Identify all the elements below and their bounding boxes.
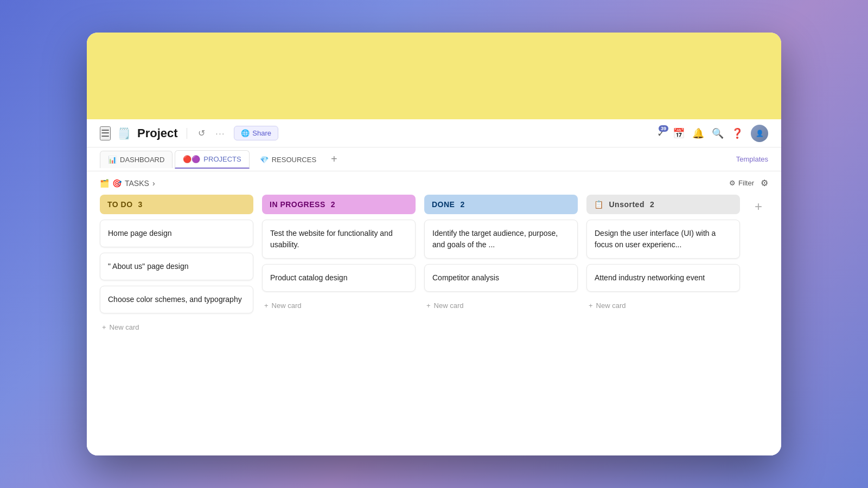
column-header-todo: TO DO 3 bbox=[100, 195, 253, 214]
unsorted-label: Unsorted bbox=[609, 200, 644, 209]
column-inprogress: IN PROGRESS 2 Test the website for funct… bbox=[262, 195, 416, 442]
column-header-unsorted: 📋 Unsorted 2 bbox=[586, 195, 740, 214]
search-button[interactable]: 🔍 bbox=[712, 127, 724, 139]
card-done-2-text: Competitor analysis bbox=[432, 273, 499, 282]
help-button[interactable]: ❓ bbox=[731, 127, 743, 139]
card-todo-3[interactable]: Choose color schemes, and typography bbox=[100, 286, 253, 313]
card-todo-3-text: Choose color schemes, and typography bbox=[108, 295, 242, 304]
card-unsorted-2[interactable]: Attend industry networking event bbox=[586, 264, 740, 292]
card-inprogress-1[interactable]: Test the website for functionality and u… bbox=[262, 220, 416, 259]
share-button[interactable]: 🌐 Share bbox=[234, 126, 278, 140]
settings-button[interactable]: ⚙ bbox=[761, 178, 768, 188]
unsorted-icon: 📋 bbox=[594, 200, 604, 209]
filter-button[interactable]: ⚙ Filter bbox=[729, 179, 754, 187]
undo-button[interactable]: ↺ bbox=[196, 126, 207, 140]
card-done-2[interactable]: Competitor analysis bbox=[424, 264, 578, 292]
done-count: 2 bbox=[460, 200, 464, 209]
card-inprogress-1-text: Test the website for functionality and u… bbox=[270, 229, 393, 249]
tasks-label: TASKS bbox=[125, 179, 149, 188]
plus-icon-done: + bbox=[426, 301, 431, 310]
column-header-done: DONE 2 bbox=[424, 195, 578, 214]
card-inprogress-2-text: Product catalog design bbox=[270, 273, 347, 282]
filter-label: Filter bbox=[738, 179, 754, 187]
templates-link[interactable]: Templates bbox=[736, 155, 768, 163]
menu-button[interactable]: ☰ bbox=[100, 126, 111, 140]
card-unsorted-1-text: Design the user interface (UI) with a fo… bbox=[595, 229, 716, 249]
card-unsorted-2-text: Attend industry networking event bbox=[595, 273, 705, 282]
divider bbox=[187, 128, 187, 139]
column-header-inprogress: IN PROGRESS 2 bbox=[262, 195, 416, 214]
card-unsorted-1[interactable]: Design the user interface (UI) with a fo… bbox=[586, 220, 740, 259]
new-card-todo-label: New card bbox=[110, 323, 139, 331]
projects-icon: 🔴🟣 bbox=[183, 155, 200, 163]
new-card-done-label: New card bbox=[434, 301, 464, 310]
todo-count: 3 bbox=[138, 200, 143, 209]
top-bar-right: ✓ 39 📅 🔔 🔍 ❓ 👤 bbox=[657, 125, 768, 142]
app-body: ☰ 🗒️ Project ↺ ··· 🌐 Share ✓ 39 📅 🔔 bbox=[87, 119, 781, 455]
calendar-button[interactable]: 📅 bbox=[673, 127, 685, 139]
share-globe-icon: 🌐 bbox=[241, 129, 250, 137]
done-label: DONE bbox=[432, 200, 455, 209]
tab-dashboard-label: DASHBOARD bbox=[120, 156, 164, 164]
notification-badge: 39 bbox=[659, 125, 668, 132]
tasks-icon2: 🎯 bbox=[112, 179, 122, 188]
app-window: ☰ 🗒️ Project ↺ ··· 🌐 Share ✓ 39 📅 🔔 bbox=[87, 33, 781, 455]
cover-image bbox=[87, 33, 781, 119]
page-icon: 🗒️ bbox=[117, 127, 131, 140]
calendar-icon: 📅 bbox=[673, 127, 685, 139]
more-options-button[interactable]: ··· bbox=[214, 127, 228, 140]
share-label: Share bbox=[252, 129, 271, 137]
column-todo: TO DO 3 Home page design " About us" pag… bbox=[100, 195, 253, 442]
tabs-bar: 📊 DASHBOARD 🔴🟣 PROJECTS 💎 RESOURCES + Te… bbox=[87, 147, 781, 171]
settings-icon: ⚙ bbox=[761, 178, 768, 188]
filter-icon: ⚙ bbox=[729, 179, 736, 187]
card-done-1[interactable]: Identify the target audience, purpose, a… bbox=[424, 220, 578, 259]
tasks-chevron: › bbox=[152, 179, 155, 188]
add-card-unsorted-button[interactable]: + New card bbox=[586, 297, 740, 314]
plus-icon-unsorted: + bbox=[589, 301, 593, 310]
todo-label: TO DO bbox=[107, 200, 133, 209]
tasks-header: 🗂️ 🎯 TASKS › ⚙ Filter ⚙ bbox=[87, 171, 781, 195]
add-column-button[interactable]: + bbox=[749, 197, 768, 216]
help-icon: ❓ bbox=[731, 127, 743, 139]
unsorted-count: 2 bbox=[650, 200, 654, 209]
plus-icon-todo: + bbox=[102, 323, 106, 331]
tab-projects[interactable]: 🔴🟣 PROJECTS bbox=[175, 150, 249, 169]
column-unsorted: 📋 Unsorted 2 Design the user interface (… bbox=[586, 195, 740, 442]
search-icon: 🔍 bbox=[712, 127, 724, 139]
inprogress-count: 2 bbox=[331, 200, 335, 209]
add-card-done-button[interactable]: + New card bbox=[424, 297, 578, 314]
new-card-inprogress-label: New card bbox=[272, 301, 302, 310]
add-card-inprogress-button[interactable]: + New card bbox=[262, 297, 416, 314]
tab-projects-label: PROJECTS bbox=[203, 155, 241, 163]
card-todo-1-text: Home page design bbox=[108, 229, 172, 237]
resources-icon: 💎 bbox=[260, 156, 269, 164]
avatar[interactable]: 👤 bbox=[751, 125, 768, 142]
add-card-todo-button[interactable]: + New card bbox=[100, 319, 253, 336]
tab-resources-label: RESOURCES bbox=[272, 156, 316, 164]
tasks-header-right: ⚙ Filter ⚙ bbox=[729, 178, 768, 188]
tab-resources[interactable]: 💎 RESOURCES bbox=[252, 151, 324, 168]
inprogress-label: IN PROGRESS bbox=[270, 200, 326, 209]
notifications-button[interactable]: 🔔 bbox=[692, 127, 704, 139]
bell-icon: 🔔 bbox=[692, 127, 704, 139]
tab-dashboard[interactable]: 📊 DASHBOARD bbox=[100, 151, 173, 168]
new-card-unsorted-label: New card bbox=[596, 301, 626, 310]
kanban-board: TO DO 3 Home page design " About us" pag… bbox=[87, 195, 781, 455]
card-todo-1[interactable]: Home page design bbox=[100, 220, 253, 247]
top-bar: ☰ 🗒️ Project ↺ ··· 🌐 Share ✓ 39 📅 🔔 bbox=[87, 119, 781, 147]
page-title: Project bbox=[137, 126, 178, 140]
checkmark-button[interactable]: ✓ 39 bbox=[657, 127, 665, 139]
card-todo-2-text: " About us" page design bbox=[108, 262, 189, 271]
dashboard-icon: 📊 bbox=[108, 156, 117, 164]
column-done: DONE 2 Identify the target audience, pur… bbox=[424, 195, 578, 442]
add-tab-button[interactable]: + bbox=[327, 151, 342, 168]
tasks-icon1: 🗂️ bbox=[100, 179, 109, 188]
card-todo-2[interactable]: " About us" page design bbox=[100, 253, 253, 280]
card-done-1-text: Identify the target audience, purpose, a… bbox=[432, 229, 558, 249]
plus-icon-inprogress: + bbox=[264, 301, 269, 310]
card-inprogress-2[interactable]: Product catalog design bbox=[262, 264, 416, 292]
tasks-breadcrumb[interactable]: 🗂️ 🎯 TASKS › bbox=[100, 179, 155, 188]
